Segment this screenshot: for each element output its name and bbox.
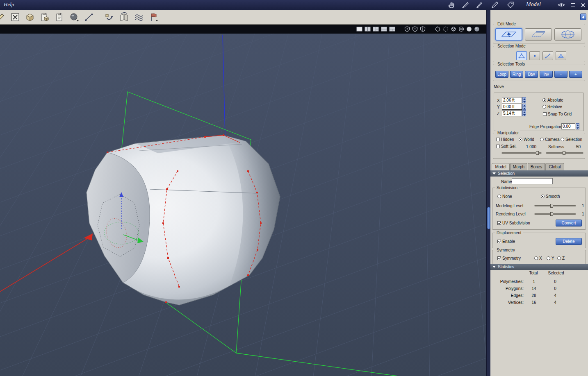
cube-primitive-icon[interactable] — [24, 11, 36, 23]
layered-sphere-icon[interactable] — [458, 26, 464, 32]
tab-global[interactable]: Global — [545, 163, 564, 170]
move-z-input[interactable] — [502, 110, 522, 116]
hidden-checkbox[interactable]: Hidden — [496, 137, 514, 142]
tag-icon[interactable] — [505, 1, 516, 9]
model-object[interactable] — [87, 135, 280, 305]
flip-page-tool-icon[interactable] — [118, 11, 130, 23]
point-select-button[interactable] — [529, 51, 540, 60]
delete-selection-icon[interactable] — [9, 11, 21, 23]
symmetry-y-radio[interactable]: Y — [547, 256, 554, 260]
symmetry-z-radio[interactable]: Z — [557, 256, 565, 260]
tab-model[interactable]: Model — [492, 163, 510, 170]
symmetry-checkbox[interactable]: Symmetry — [497, 256, 521, 260]
rotate-view-icon[interactable] — [435, 26, 441, 32]
softness-slider[interactable] — [546, 151, 583, 155]
statistics-section-header[interactable]: Statistics — [490, 264, 588, 270]
sweep-tool-icon[interactable] — [103, 11, 116, 23]
symmetry-x-radio[interactable]: X — [534, 256, 542, 260]
close-icon[interactable] — [579, 2, 586, 8]
viewport[interactable] — [0, 34, 486, 376]
edit-mode-label: Edit Mode — [496, 22, 517, 26]
selection-radio[interactable]: Selection — [561, 137, 582, 142]
splitter-handle[interactable] — [487, 207, 490, 229]
smooth-shade-icon[interactable] — [466, 26, 472, 32]
tab-bones[interactable]: Bones — [528, 163, 545, 170]
wireframe-cube-icon[interactable] — [451, 26, 456, 32]
move-y-input[interactable] — [502, 104, 522, 110]
name-label: Name — [501, 179, 512, 184]
edge-edit-mode-button[interactable] — [525, 28, 552, 41]
shield-back-icon[interactable] — [412, 26, 418, 32]
wave-deform-tool-icon[interactable] — [133, 11, 145, 23]
shrink-selection-button[interactable]: - — [554, 71, 567, 78]
displacement-delete-button[interactable]: Delete — [556, 238, 582, 245]
viewport-canvas[interactable] — [0, 34, 486, 376]
displacement-enable-checkbox[interactable]: Enable — [497, 239, 515, 244]
soft-selection-slider[interactable] — [501, 151, 542, 155]
hand-icon[interactable] — [446, 1, 457, 9]
pen-icon[interactable] — [474, 1, 485, 9]
camera-radio[interactable]: Camera — [540, 137, 560, 142]
clipboard-icon[interactable] — [53, 11, 66, 23]
loop-button[interactable]: Loop — [495, 71, 508, 78]
pencil-tool-icon[interactable] — [0, 11, 7, 23]
sphere-primitive-icon[interactable] — [68, 11, 80, 23]
selection-section-header[interactable]: Selection — [490, 170, 588, 177]
name-input[interactable] — [512, 178, 553, 184]
paste-object-icon[interactable] — [39, 11, 51, 23]
move-z-stepper[interactable] — [522, 110, 526, 116]
subdivision-none-radio[interactable]: None — [497, 194, 512, 199]
modeling-level-slider[interactable] — [534, 204, 576, 208]
edge-select-button[interactable] — [542, 51, 553, 60]
move-x-input[interactable] — [502, 97, 522, 103]
face-edit-mode-button[interactable] — [495, 28, 522, 41]
maximize-icon[interactable] — [569, 2, 577, 8]
soft-selection-checkbox[interactable]: Soft Sel. — [496, 144, 517, 149]
layout-three-pane-icon[interactable] — [373, 26, 379, 32]
flag-deform-tool-icon[interactable] — [148, 11, 160, 23]
stats-total: 16 — [528, 300, 540, 305]
invert-button[interactable]: Inv — [540, 71, 553, 78]
convert-button[interactable]: Convert — [556, 220, 582, 227]
edge-propagation-stepper[interactable] — [576, 123, 579, 129]
vertex-select-button[interactable] — [516, 51, 527, 60]
layout-grid-icon[interactable] — [389, 26, 395, 32]
move-x-stepper[interactable] — [522, 97, 526, 103]
collapse-triangle-icon — [492, 172, 496, 176]
layout-four-pane-icon[interactable] — [381, 26, 387, 32]
layout-two-pane-icon[interactable] — [365, 26, 371, 32]
ring-button[interactable]: Ring — [510, 71, 523, 78]
panel-collapse-button[interactable] — [580, 14, 586, 20]
flat-shade-icon[interactable] — [474, 26, 480, 32]
help-menu[interactable]: Help — [4, 1, 14, 8]
paintbrush-icon[interactable] — [460, 1, 471, 9]
face-select-button[interactable] — [556, 51, 566, 60]
stats-selected: 4 — [549, 300, 562, 305]
eye-icon[interactable] — [558, 2, 565, 8]
between-button[interactable]: Btw — [525, 71, 538, 78]
collapse-triangle-icon — [492, 266, 496, 270]
tab-morph[interactable]: Morph — [510, 163, 527, 170]
snap-to-grid-checkbox[interactable]: Snap To Grid — [543, 112, 572, 116]
stats-selected: 4 — [549, 293, 562, 298]
shield-both-icon[interactable] — [420, 26, 426, 32]
layout-single-icon[interactable] — [356, 26, 362, 32]
uv-subdivision-checkbox[interactable]: UV Subdivision — [497, 221, 530, 225]
panel-splitter[interactable] — [486, 10, 490, 376]
shield-front-icon[interactable] — [404, 26, 410, 32]
subdivision-group: Subdivision None Smooth Modeling Level 1… — [492, 188, 586, 230]
subdivision-smooth-radio[interactable]: Smooth — [541, 194, 560, 199]
world-radio[interactable]: World — [519, 137, 534, 142]
line-tool-icon[interactable] — [83, 11, 95, 23]
move-y-stepper[interactable] — [522, 104, 526, 110]
rendering-level-slider[interactable] — [534, 212, 576, 216]
grow-selection-button[interactable]: + — [569, 71, 582, 78]
relative-radio[interactable]: Relative — [542, 104, 562, 109]
absolute-radio[interactable]: Absolute — [542, 98, 563, 102]
pencil-icon[interactable] — [490, 1, 500, 9]
dotted-sphere-icon[interactable] — [443, 26, 449, 32]
edge-propagation-input[interactable] — [561, 123, 575, 129]
displacement-group: Displacement Enable Delete — [492, 233, 586, 248]
rendering-level-value: 1 — [582, 212, 584, 216]
object-edit-mode-button[interactable] — [554, 28, 581, 41]
